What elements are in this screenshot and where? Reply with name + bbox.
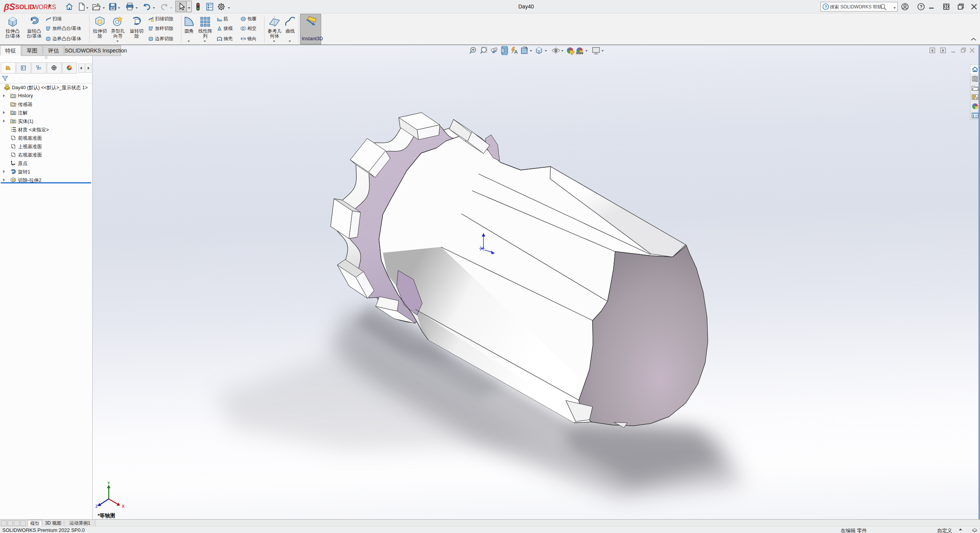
svg-text:βS: βS — [3, 2, 15, 12]
svg-text:?: ? — [825, 5, 827, 9]
svg-text:A: A — [12, 111, 14, 114]
svg-text:SOLID: SOLID — [15, 4, 34, 10]
svg-text:WORKS: WORKS — [33, 4, 56, 10]
svg-text:?: ? — [920, 4, 923, 10]
